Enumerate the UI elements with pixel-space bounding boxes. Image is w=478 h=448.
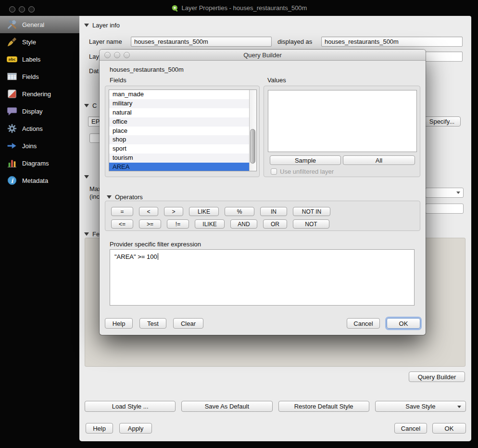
scale-section-header[interactable] xyxy=(84,173,89,180)
fields-label: Fields xyxy=(110,77,126,84)
ok-button[interactable]: OK xyxy=(432,423,466,434)
op-in-button[interactable]: IN xyxy=(260,207,287,216)
close-button[interactable] xyxy=(9,6,15,13)
op-less-button[interactable]: < xyxy=(139,207,158,216)
field-list-item[interactable]: place xyxy=(109,127,256,136)
field-list-item[interactable]: tourism xyxy=(109,154,256,163)
window-title-group: Layer Properties - houses_restaurants_50… xyxy=(171,4,307,12)
dialog-layer-name: houses_restaurants_500m xyxy=(110,66,184,73)
style-buttons-row: Load Style ... Save As Default Restore D… xyxy=(85,401,466,412)
sidebar-item-rendering[interactable]: Rendering xyxy=(0,85,79,102)
sidebar-item-label: General xyxy=(22,21,44,28)
apply-button[interactable]: Apply xyxy=(119,423,152,434)
bar-chart-icon xyxy=(6,157,18,169)
restore-default-style-button[interactable]: Restore Default Style xyxy=(278,401,369,412)
scrollbar-thumb[interactable] xyxy=(250,129,255,164)
filter-expression-value: "AREA" >= 100 xyxy=(114,253,157,260)
sidebar-item-label: Rendering xyxy=(22,90,51,98)
sidebar-item-label: Joins xyxy=(22,142,37,150)
values-list[interactable] xyxy=(268,90,417,152)
op-ilike-button[interactable]: ILIKE xyxy=(195,219,225,229)
sidebar-item-actions[interactable]: Actions xyxy=(0,120,79,137)
sidebar-item-display[interactable]: Display xyxy=(0,102,79,120)
op-greater-equal-button[interactable]: >= xyxy=(139,219,161,229)
section-title: Operators xyxy=(115,193,143,201)
fields-groupbox: man_made military natural office place s… xyxy=(105,86,260,177)
sidebar-item-style[interactable]: Style xyxy=(0,33,79,51)
op-greater-button[interactable]: > xyxy=(164,207,183,216)
op-and-button[interactable]: AND xyxy=(230,219,257,229)
dialog-cancel-button[interactable]: Cancel xyxy=(347,318,380,329)
operators-section-header[interactable]: Operators xyxy=(107,193,143,201)
dialog-help-button[interactable]: Help xyxy=(105,318,133,329)
op-like-button[interactable]: LIKE xyxy=(189,207,219,216)
values-groupbox: Sample All Use unfiltered layer xyxy=(264,86,420,177)
svg-text:abc: abc xyxy=(8,57,16,62)
sidebar-item-joins[interactable]: Joins xyxy=(0,137,79,154)
op-or-button[interactable]: OR xyxy=(263,219,287,229)
disclosure-triangle-icon xyxy=(84,175,89,179)
field-list-item[interactable]: natural xyxy=(109,108,256,117)
field-list-item-selected[interactable]: AREA xyxy=(109,163,256,171)
test-button[interactable]: Test xyxy=(139,318,166,329)
fields-list: man_made military natural office place s… xyxy=(109,90,257,171)
op-percent-button[interactable]: % xyxy=(225,207,254,216)
scale-max-combo[interactable] xyxy=(425,188,464,198)
text-caret xyxy=(158,253,158,260)
query-builder-button[interactable]: Query Builder xyxy=(409,371,465,382)
save-style-button[interactable]: Save Style xyxy=(375,401,466,412)
datasource-label: Dat xyxy=(89,66,99,76)
info-icon: i xyxy=(6,175,18,186)
save-as-default-button[interactable]: Save As Default xyxy=(181,401,272,412)
section-title: C xyxy=(92,102,97,109)
load-style-button[interactable]: Load Style ... xyxy=(85,401,176,412)
features-section-header[interactable]: Fe xyxy=(84,230,100,238)
zoom-button[interactable] xyxy=(28,6,35,13)
field-list-item[interactable]: military xyxy=(109,99,256,108)
all-button[interactable]: All xyxy=(343,155,415,165)
minimize-button[interactable] xyxy=(19,6,25,13)
operators-row-2: <= >= != ILIKE AND OR NOT xyxy=(111,219,329,229)
op-equal-button[interactable]: = xyxy=(111,207,133,216)
field-list-item[interactable]: man_made xyxy=(109,90,256,99)
layer-name-input[interactable]: houses_restaurants_500m xyxy=(131,37,272,47)
help-button[interactable]: Help xyxy=(86,423,113,434)
close-button[interactable] xyxy=(104,52,111,58)
minimize-button[interactable] xyxy=(114,52,120,58)
sample-button[interactable]: Sample xyxy=(270,155,341,165)
sidebar-item-general[interactable]: General xyxy=(0,16,79,33)
sidebar-item-fields[interactable]: Fields xyxy=(0,68,79,85)
op-not-equal-button[interactable]: != xyxy=(167,219,189,229)
cancel-button[interactable]: Cancel xyxy=(394,423,427,434)
use-unfiltered-checkbox[interactable] xyxy=(271,168,277,175)
window-titlebar: Layer Properties - houses_restaurants_50… xyxy=(0,0,478,16)
scale-min-combo[interactable] xyxy=(425,204,464,214)
qgis-icon xyxy=(171,4,179,12)
crs-section-header[interactable]: C xyxy=(84,102,97,109)
filter-expression-input[interactable]: "AREA" >= 100 xyxy=(110,249,415,306)
op-not-button[interactable]: NOT xyxy=(293,219,329,229)
field-list-item[interactable]: sport xyxy=(109,144,256,154)
sidebar-item-metadata[interactable]: i Metadata xyxy=(0,172,79,189)
query-builder-dialog: Query Builder houses_restaurants_500m Fi… xyxy=(100,50,426,335)
layer-info-section-header[interactable]: Layer info xyxy=(84,21,120,29)
zoom-button[interactable] xyxy=(124,52,130,58)
field-list-item[interactable]: shop xyxy=(109,135,256,144)
op-not-in-button[interactable]: NOT IN xyxy=(293,207,330,216)
clear-button[interactable]: Clear xyxy=(173,318,203,329)
fields-scrollbar[interactable] xyxy=(249,90,256,171)
displayed-as-input[interactable]: houses_restaurants_500m xyxy=(321,37,463,47)
sidebar-item-labels[interactable]: abc Labels xyxy=(0,51,79,68)
disclosure-triangle-icon xyxy=(84,24,89,27)
join-arrow-icon xyxy=(6,140,18,152)
field-list-item[interactable]: office xyxy=(109,117,256,127)
displayed-as-label: displayed as xyxy=(277,37,312,47)
speech-bubble-icon xyxy=(6,105,18,117)
dialog-ok-button[interactable]: OK xyxy=(387,318,420,329)
sidebar-item-diagrams[interactable]: Diagrams xyxy=(0,154,79,172)
op-less-equal-button[interactable]: <= xyxy=(111,219,133,229)
specify-crs-button[interactable]: Specify... xyxy=(423,116,461,127)
sidebar-item-label: Labels xyxy=(22,56,40,63)
chevron-down-icon xyxy=(456,192,460,194)
dialog-window-controls xyxy=(104,52,130,58)
